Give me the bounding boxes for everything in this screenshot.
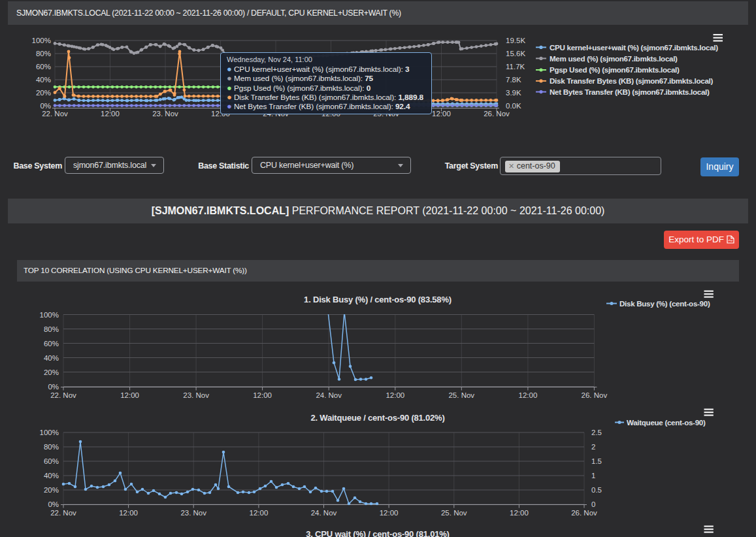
svg-text:60%: 60% [36,63,51,71]
svg-text:1.5: 1.5 [591,457,602,465]
svg-text:Waitqueue (cent-os-90): Waitqueue (cent-os-90) [627,418,706,427]
svg-text:CPU kernel+user+wait (%) (sjmo: CPU kernel+user+wait (%) (sjmon67.ibmkts… [550,43,718,52]
svg-text:12:00: 12:00 [519,391,538,399]
svg-text:7.8K: 7.8K [506,76,521,84]
svg-text:1. Disk Busy (%) / cent-os-90: 1. Disk Busy (%) / cent-os-90 (83.58%) [304,295,452,304]
svg-text:22. Nov: 22. Nov [42,110,68,118]
svg-text:80%: 80% [36,50,51,57]
svg-text:Disk Transfer Bytes (KB) (sjmo: Disk Transfer Bytes (KB) (sjmon67.ibmkts… [550,76,713,85]
svg-text:25. Nov: 25. Nov [448,391,474,399]
svg-text:24. Nov: 24. Nov [311,509,337,517]
svg-text:25. Nov: 25. Nov [441,509,467,517]
svg-text:11.7K: 11.7K [506,63,525,71]
svg-text:12:00: 12:00 [250,509,269,517]
svg-text:0.5: 0.5 [591,486,602,494]
svg-text:Pgsp Used (%) (sjmon67.ibmkts.: Pgsp Used (%) (sjmon67.ibmkts.local) [550,65,680,74]
svg-text:20%: 20% [44,486,59,494]
svg-text:100%: 100% [40,311,59,319]
svg-text:3.9K: 3.9K [506,89,521,97]
svg-text:20%: 20% [44,368,59,376]
svg-text:20%: 20% [36,89,51,97]
svg-text:60%: 60% [44,457,59,465]
svg-text:12:00: 12:00 [119,509,138,517]
svg-text:40%: 40% [44,472,59,480]
svg-text:40%: 40% [36,76,51,84]
svg-text:2.5: 2.5 [591,429,602,436]
svg-text:1: 1 [591,472,595,480]
svg-text:Net Bytes Transfer (KB) (sjmon: Net Bytes Transfer (KB) (sjmon67.ibmkts.… [550,88,710,96]
svg-text:2. Waitqueue / cent-os-90 (81.: 2. Waitqueue / cent-os-90 (81.02%) [310,413,444,423]
svg-text:0%: 0% [40,102,51,110]
svg-text:12:00: 12:00 [386,391,404,399]
svg-text:23. Nov: 23. Nov [152,110,178,118]
svg-text:22. Nov: 22. Nov [50,391,76,399]
svg-text:26. Nov: 26. Nov [582,391,608,399]
svg-text:0%: 0% [48,383,59,391]
svg-text:22. Nov: 22. Nov [50,509,76,517]
svg-text:0.0K: 0.0K [506,102,521,110]
svg-text:Disk Busy (%) (cent-os-90): Disk Busy (%) (cent-os-90) [619,299,710,308]
svg-text:12:00: 12:00 [432,110,451,118]
svg-text:2: 2 [591,443,595,451]
svg-text:12:00: 12:00 [510,509,529,517]
svg-text:100%: 100% [32,37,51,44]
svg-text:12:00: 12:00 [253,391,272,399]
svg-text:19.5K: 19.5K [506,37,525,44]
svg-text:12:00: 12:00 [380,509,399,517]
svg-text:12:00: 12:00 [120,391,139,399]
svg-text:15.6K: 15.6K [506,50,525,57]
svg-text:40%: 40% [44,354,59,362]
svg-text:23. Nov: 23. Nov [180,509,206,517]
svg-text:Mem used (%) (sjmon67.ibmkts.l: Mem used (%) (sjmon67.ibmkts.local) [550,54,678,63]
svg-text:100%: 100% [40,429,59,436]
svg-text:24. Nov: 24. Nov [316,391,342,399]
svg-text:26. Nov: 26. Nov [484,110,510,118]
svg-text:0: 0 [591,500,595,508]
svg-text:0%: 0% [48,500,59,508]
svg-text:26. Nov: 26. Nov [571,509,597,517]
svg-text:80%: 80% [44,325,59,333]
svg-text:3. CPU wait (%) / cent-os-90 (: 3. CPU wait (%) / cent-os-90 (81.01%) [306,529,449,537]
svg-text:60%: 60% [44,340,59,348]
svg-text:80%: 80% [44,443,59,451]
svg-text:23. Nov: 23. Nov [183,391,209,399]
svg-text:12:00: 12:00 [101,110,120,118]
